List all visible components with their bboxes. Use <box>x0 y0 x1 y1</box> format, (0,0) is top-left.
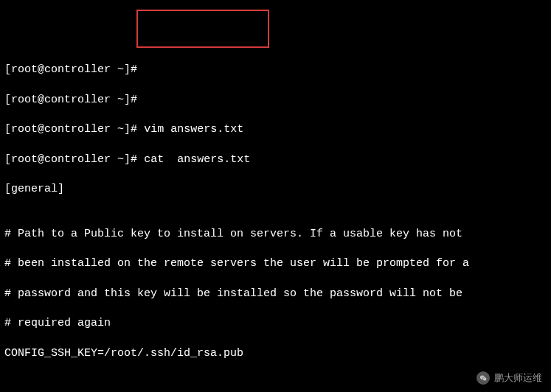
prompt-host: controller <box>44 94 111 106</box>
highlight-annotation <box>136 10 269 48</box>
prompt-symbol: # <box>131 63 137 76</box>
file-line: # been installed on the remote servers t… <box>4 256 547 271</box>
watermark-text: 鹏大师运维 <box>494 371 542 385</box>
prompt-host: controller <box>44 63 111 76</box>
watermark: 鹏大师运维 <box>477 371 542 385</box>
file-line: # password and this key will be installe… <box>4 287 547 301</box>
prompt-symbol: # <box>131 94 137 106</box>
prompt-user: root <box>11 153 38 166</box>
prompt-user: root <box>11 123 38 136</box>
prompt-host: controller <box>44 123 111 136</box>
prompt-user: root <box>11 94 38 106</box>
prompt-path: ~ <box>117 94 124 106</box>
prompt-symbol: # <box>131 123 137 136</box>
wechat-icon <box>477 371 490 385</box>
prompt-line: [root@controller ~]# cat answers.txt <box>4 153 547 167</box>
prompt-line: [root@controller ~]# vim answers.txt <box>4 122 547 137</box>
file-line: # required again <box>4 316 547 331</box>
terminal-output[interactable]: [root@controller ~]# [root@controller ~]… <box>4 63 547 392</box>
prompt-line: [root@controller ~]# <box>4 93 547 108</box>
command-text: vim answers.txt <box>144 123 243 136</box>
command-text: cat answers.txt <box>144 153 250 166</box>
prompt-path: ~ <box>117 63 124 76</box>
file-line: [general] <box>4 182 547 197</box>
prompt-user: root <box>11 63 38 76</box>
file-line: # Path to a Public key to install on ser… <box>4 227 547 242</box>
prompt-path: ~ <box>117 123 124 136</box>
prompt-path: ~ <box>117 153 124 166</box>
file-line: CONFIG_SSH_KEY=/root/.ssh/id_rsa.pub <box>4 346 547 361</box>
prompt-symbol: # <box>131 153 137 166</box>
prompt-host: controller <box>44 153 111 166</box>
prompt-line: [root@controller ~]# <box>4 63 547 77</box>
